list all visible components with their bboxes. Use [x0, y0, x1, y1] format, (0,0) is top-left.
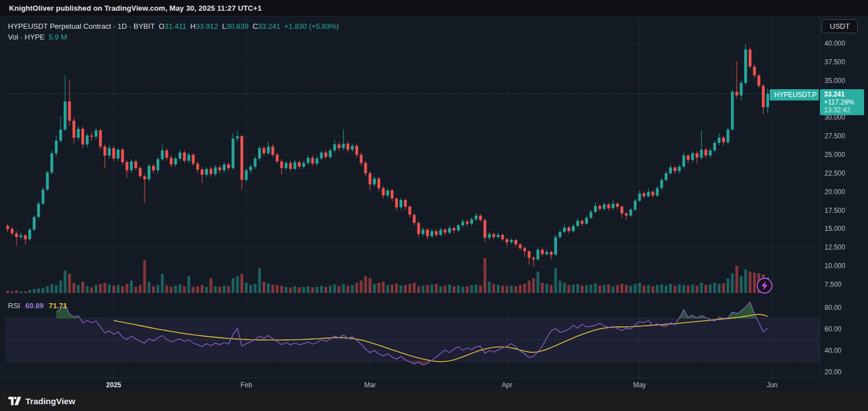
time-tick: Feb: [240, 381, 252, 389]
tradingview-logo-icon[interactable]: [8, 396, 21, 406]
price-tick: 20.000: [824, 188, 845, 196]
time-scale-axis[interactable]: 2025FebMarAprMayJun: [0, 378, 819, 391]
price-scale-axis[interactable]: 40.00037.50035.00030.00027.50025.00022.5…: [819, 16, 868, 378]
price-tick: 17.500: [824, 207, 845, 215]
ohlc-close: C33.241: [253, 22, 280, 30]
price-tick: 25.000: [824, 151, 845, 159]
time-tick: 2025: [106, 381, 121, 389]
volume-value: 5.9 M: [49, 33, 67, 41]
price-tick: 22.500: [824, 169, 845, 177]
price-change: +1.830 (+5.83%): [284, 22, 339, 30]
boost-button[interactable]: [757, 278, 772, 294]
time-tick: Apr: [502, 381, 513, 389]
symbol-ohlc-row: HYPEUSDT Perpetual Contract · 1D · BYBIT…: [8, 21, 339, 31]
last-price-flag: 33.241 +117.26% 13:32:42: [820, 89, 864, 115]
tradingview-snapshot-page: KnightOliver published on TradingView.co…: [0, 0, 868, 411]
rsi-tick: 20.00: [824, 368, 841, 376]
tradingview-logo-text[interactable]: TradingView: [25, 396, 75, 406]
rsi-legend: RSI 60.89 71.71: [8, 301, 67, 310]
time-tick: Jun: [767, 381, 778, 389]
ohlc-high: H33.912: [190, 22, 218, 30]
rsi-value: 60.89: [25, 301, 44, 310]
price-tick: 37.500: [824, 58, 845, 66]
chart-legend: HYPEUSDT Perpetual Contract · 1D · BYBIT…: [8, 21, 339, 42]
price-tick: 7.500: [824, 281, 841, 288]
footer-bar: TradingView: [0, 391, 868, 411]
lightning-icon: [761, 281, 769, 290]
volume-row: Vol · HYPE 5.9 M: [8, 32, 339, 42]
price-tick: 10.000: [824, 262, 845, 270]
rsi-label[interactable]: RSI: [8, 301, 20, 310]
chart-plot-area[interactable]: [0, 16, 868, 391]
price-tick: 12.500: [824, 243, 845, 251]
time-tick: May: [633, 381, 646, 389]
ohlc-open: O31.411: [159, 22, 186, 30]
time-tick: Mar: [364, 381, 376, 389]
rsi-tick: 40.00: [824, 347, 841, 355]
rsi-tick: 60.00: [824, 325, 841, 333]
snapshot-header: KnightOliver published on TradingView.co…: [0, 0, 868, 16]
rsi-ma-value: 71.71: [49, 301, 67, 310]
price-tick: 27.500: [824, 132, 845, 140]
symbol-title[interactable]: HYPEUSDT Perpetual Contract · 1D · BYBIT: [8, 22, 155, 30]
currency-toggle-button[interactable]: USDT: [822, 19, 858, 33]
symbol-price-flag: HYPEUSDT.P: [770, 89, 819, 100]
flag-countdown: 13:32:42: [824, 106, 864, 114]
price-tick: 35.000: [824, 77, 845, 85]
price-tick: 15.000: [824, 225, 845, 233]
volume-label[interactable]: Vol · HYPE: [8, 33, 45, 41]
ohlc-low: L30.639: [222, 22, 249, 30]
price-tick: 40.000: [824, 40, 845, 47]
flag-price: 33.241: [824, 90, 864, 98]
rsi-tick: 80.00: [824, 304, 841, 312]
flag-change-pct: +117.26%: [824, 98, 864, 106]
snapshot-title: KnightOliver published on TradingView.co…: [9, 4, 262, 12]
chart-area[interactable]: HYPEUSDT Perpetual Contract · 1D · BYBIT…: [0, 16, 868, 391]
